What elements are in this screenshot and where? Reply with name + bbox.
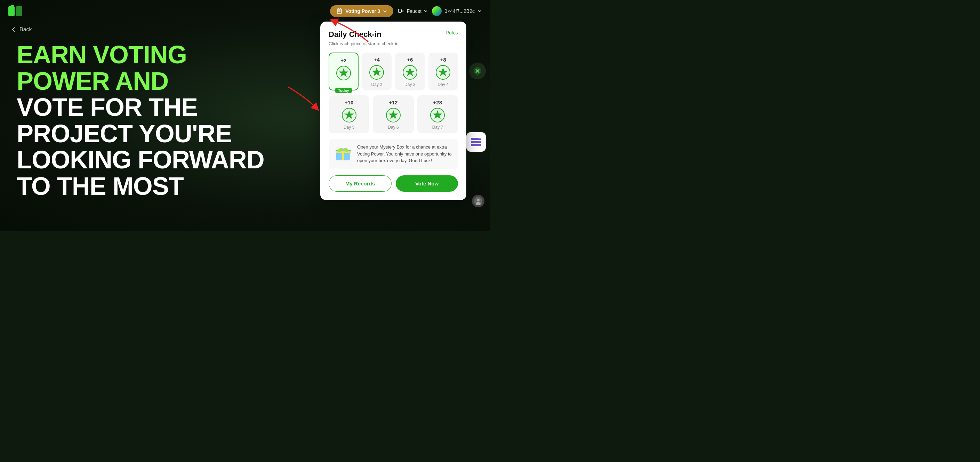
- panel-title: Daily Check-in: [329, 30, 382, 39]
- wallet-button[interactable]: 0×44f7...2B2c: [432, 6, 482, 16]
- hero-line6: TO THE MOST: [17, 173, 264, 200]
- svg-rect-2: [11, 5, 14, 8]
- side-icon-grid[interactable]: [466, 132, 486, 152]
- panel-header: Daily Check-in Rules: [329, 30, 458, 39]
- day-card-4[interactable]: +8 Day 4: [428, 53, 458, 91]
- star-icon-6: [386, 107, 401, 123]
- side-icon-cross[interactable]: [469, 63, 486, 79]
- day-card-2[interactable]: +4 Day 2: [362, 53, 392, 91]
- hero-line4: PROJECT YOU'RE: [17, 121, 264, 147]
- day2-points: +4: [374, 57, 380, 63]
- back-arrow-icon: [11, 27, 17, 32]
- day3-label: Day 3: [404, 82, 415, 87]
- faucet-label: Faucet: [407, 8, 422, 14]
- back-label: Back: [19, 26, 32, 33]
- star-icon-5: [342, 107, 357, 123]
- hero-line1: EARN VOTING: [17, 42, 264, 68]
- svg-rect-4: [338, 8, 340, 10]
- days-grid-row2: +10 Day 5 +12 Day 6 +28 Day 7: [329, 95, 458, 133]
- logo-icon: [8, 5, 22, 18]
- avatar-icon: [474, 197, 482, 205]
- day4-points: +8: [440, 57, 446, 63]
- svg-rect-38: [471, 144, 481, 146]
- faucet-chevron-icon: [423, 9, 428, 13]
- day7-points: +28: [433, 99, 442, 105]
- day4-label: Day 4: [438, 82, 449, 87]
- faucet-icon: [398, 8, 404, 14]
- svg-rect-0: [8, 6, 14, 16]
- days-grid-row1: +2 Today +4 Day 2 +6 Day 3: [329, 53, 458, 91]
- faucet-button[interactable]: Faucet: [398, 8, 428, 14]
- star-icon-1: [336, 65, 351, 81]
- back-button[interactable]: Back: [0, 22, 43, 37]
- hero-line2: POWER AND: [17, 68, 264, 95]
- svg-point-32: [342, 148, 345, 151]
- day-card-5[interactable]: +10 Day 5: [329, 95, 369, 133]
- chevron-down-icon: [383, 9, 387, 13]
- day2-label: Day 2: [371, 82, 382, 87]
- hero-line3: VOTE FOR THE: [17, 94, 264, 121]
- day7-label: Day 7: [432, 125, 443, 130]
- mystery-box[interactable]: Open your Mystery Box for a chance at ex…: [329, 139, 458, 169]
- today-badge: Today: [334, 88, 353, 93]
- day-card-6[interactable]: +12 Day 6: [373, 95, 414, 133]
- vote-now-button[interactable]: Vote Now: [396, 175, 458, 192]
- my-records-button[interactable]: My Records: [329, 175, 391, 192]
- svg-point-42: [477, 199, 480, 201]
- day-card-1[interactable]: +2 Today: [329, 53, 358, 91]
- svg-rect-1: [16, 6, 22, 16]
- panel-subtitle: Click each piece of star to check-in: [329, 41, 458, 46]
- cross-icon: [473, 67, 482, 75]
- star-icon-3: [402, 65, 418, 80]
- day-card-3[interactable]: +6 Day 3: [395, 53, 425, 91]
- day5-points: +10: [345, 99, 353, 105]
- day6-points: +12: [389, 99, 398, 105]
- arrow-bottom: [285, 83, 320, 112]
- grid-icon: [471, 138, 481, 146]
- navbar: Voting Power 0 Faucet 0×44f7...2B2c: [0, 0, 490, 22]
- side-icon-avatar[interactable]: [472, 195, 484, 207]
- day1-points: +2: [340, 57, 346, 63]
- wallet-chevron-icon: [477, 9, 482, 13]
- mystery-box-text: Open your Mystery Box for a chance at ex…: [357, 144, 452, 164]
- voting-power-label: Voting Power 0: [345, 8, 380, 14]
- logo: [8, 5, 22, 18]
- wallet-avatar: [432, 6, 442, 16]
- day3-points: +6: [407, 57, 413, 63]
- day6-label: Day 6: [388, 125, 399, 130]
- star-icon-2: [369, 65, 384, 80]
- gift-icon: [334, 144, 352, 162]
- nav-right: Voting Power 0 Faucet 0×44f7...2B2c: [330, 5, 482, 17]
- svg-rect-40: [479, 142, 481, 142]
- hero-line5: LOOKING FORWARD: [17, 147, 264, 173]
- wallet-address: 0×44f7...2B2c: [444, 8, 475, 14]
- action-buttons: My Records Vote Now: [329, 175, 458, 192]
- hero-section: EARN VOTING POWER AND VOTE FOR THE PROJE…: [17, 42, 264, 200]
- day-card-7[interactable]: +28 Day 7: [417, 95, 458, 133]
- voting-power-button[interactable]: Voting Power 0: [330, 5, 393, 17]
- star-icon-7: [430, 107, 445, 123]
- svg-rect-7: [399, 9, 401, 13]
- clipboard-icon: [336, 8, 342, 14]
- svg-rect-39: [479, 139, 481, 139]
- checkin-panel: Daily Check-in Rules Click each piece of…: [320, 22, 466, 200]
- rules-link[interactable]: Rules: [445, 30, 458, 35]
- day5-label: Day 5: [344, 125, 354, 130]
- star-icon-4: [435, 65, 451, 80]
